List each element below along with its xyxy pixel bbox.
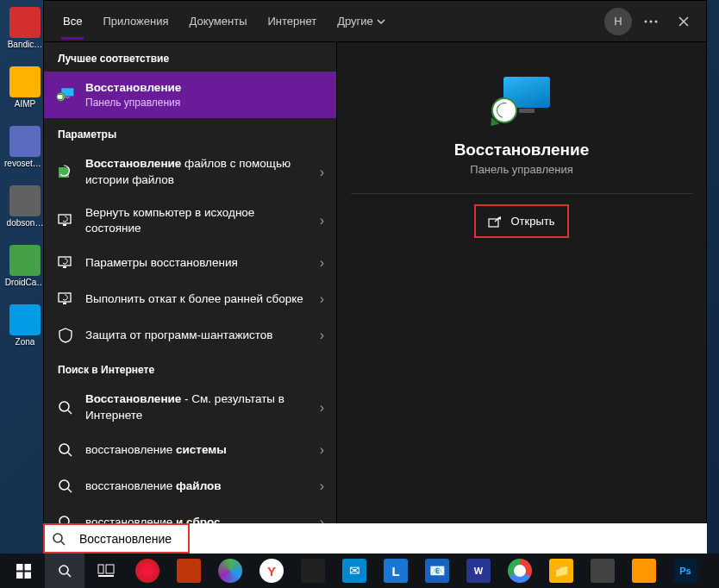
tab-more[interactable]: Другие: [327, 3, 396, 40]
web-result[interactable]: Восстановление - См. результаты в Интерн…: [44, 383, 336, 431]
taskbar-app-outlook[interactable]: 📧: [417, 554, 457, 588]
chevron-right-icon: ›: [320, 328, 324, 343]
app-icon: [9, 126, 41, 157]
param-result[interactable]: Защита от программ-шантажистов ›: [44, 317, 336, 353]
recovery-large-icon: [491, 77, 552, 128]
preview-title: Восстановление: [454, 141, 590, 160]
desktop-icon[interactable]: AIMP: [7, 66, 43, 109]
chevron-down-icon: [377, 19, 385, 24]
user-avatar[interactable]: H: [604, 8, 632, 35]
divider: [351, 193, 692, 194]
param-result[interactable]: Вернуть компьютер в исходное состояние ›: [44, 197, 336, 245]
search-icon: [56, 477, 75, 496]
chevron-right-icon: ›: [320, 400, 324, 416]
taskbar-app-l[interactable]: L: [376, 554, 416, 588]
best-match-result[interactable]: Восстановление Панель управления: [44, 72, 336, 118]
chevron-right-icon: ›: [320, 291, 324, 307]
app-icon: [9, 7, 41, 38]
param-text: Защита от программ-шантажистов: [85, 328, 309, 343]
taskbar-app-yandex[interactable]: Y: [252, 554, 291, 588]
taskbar-search-button[interactable]: [45, 554, 84, 588]
taskbar-app-opera[interactable]: [128, 554, 167, 588]
svg-rect-20: [24, 564, 31, 571]
best-match-title: Восстановление: [85, 80, 324, 96]
setting-icon: [56, 211, 75, 230]
param-text: Выполнить откат к более ранней сборке: [85, 291, 309, 307]
app-icon: [9, 245, 41, 276]
taskbar-app-mail[interactable]: ✉: [334, 554, 374, 588]
svg-rect-25: [106, 565, 114, 573]
tab-internet[interactable]: Интернет: [257, 3, 327, 40]
svg-rect-22: [24, 572, 31, 579]
search-icon: [56, 441, 75, 460]
svg-point-2: [655, 20, 658, 22]
search-box[interactable]: [43, 523, 707, 554]
svg-point-15: [59, 480, 69, 490]
search-main: Лучшее соответствие Восстановление Панел…: [44, 42, 706, 551]
tab-apps[interactable]: Приложения: [92, 3, 178, 40]
taskbar-app-chrome[interactable]: [500, 554, 540, 588]
param-text: Восстановление файлов с помощью истории …: [85, 156, 309, 187]
preview-subtitle: Панель управления: [470, 163, 572, 176]
setting-icon: [56, 163, 75, 182]
svg-point-14: [59, 444, 69, 454]
svg-point-18: [53, 534, 62, 542]
tab-documents[interactable]: Документы: [178, 3, 257, 40]
desktop-icon[interactable]: dobson…: [7, 185, 43, 228]
desktop-icon[interactable]: Zona: [7, 304, 43, 347]
taskbar-app-explorer[interactable]: 📁: [541, 554, 581, 588]
parameters-header: Параметры: [44, 118, 336, 147]
desktop-icon-label: Bandic…: [8, 40, 43, 49]
taskbar-app-browser1[interactable]: [210, 554, 250, 588]
start-button[interactable]: [3, 554, 43, 588]
chevron-right-icon: ›: [320, 213, 324, 228]
setting-icon: [56, 290, 75, 309]
chevron-right-icon: ›: [320, 479, 324, 494]
param-text: Параметры восстановления: [85, 255, 309, 271]
desktop-icon-label: Zona: [16, 337, 35, 347]
svg-point-1: [650, 20, 653, 22]
param-result[interactable]: Выполнить откат к более ранней сборке ›: [44, 281, 336, 317]
tab-more-label: Другие: [337, 15, 373, 28]
open-action-highlight: Открыть: [474, 204, 568, 238]
web-result[interactable]: восстановление файлов ›: [44, 468, 336, 504]
web-result-text: восстановление системы: [85, 442, 309, 458]
preview-pane: Восстановление Панель управления Открыть: [337, 42, 706, 551]
app-icon: [9, 304, 41, 335]
desktop-icon[interactable]: Bandic…: [7, 7, 43, 49]
taskbar-app-book[interactable]: [169, 554, 209, 588]
desktop-icon[interactable]: DroidCa…: [7, 245, 43, 287]
desktop-icon-label: revosetu…: [4, 159, 46, 168]
task-view-button[interactable]: [86, 554, 126, 588]
close-button[interactable]: [670, 8, 697, 35]
taskbar-app-word[interactable]: W: [459, 554, 498, 588]
web-result[interactable]: восстановление системы ›: [44, 432, 336, 468]
tab-all[interactable]: Все: [53, 3, 92, 40]
app-icon: [9, 185, 41, 216]
web-result-text: восстановление файлов: [85, 479, 309, 494]
open-action[interactable]: Открыть: [478, 208, 565, 235]
svg-rect-19: [16, 564, 23, 571]
chevron-right-icon: ›: [320, 255, 324, 271]
taskbar-app-sublime[interactable]: [624, 554, 664, 588]
web-search-header: Поиск в Интернете: [44, 353, 336, 383]
recovery-icon: [56, 85, 75, 104]
taskbar-app-terminal[interactable]: [583, 554, 622, 588]
open-icon: [488, 216, 502, 228]
search-icon: [56, 398, 75, 417]
param-result[interactable]: Параметры восстановления ›: [44, 245, 336, 281]
search-input[interactable]: [74, 532, 707, 546]
svg-rect-21: [16, 572, 23, 579]
desktop-icon-label: AIMP: [15, 99, 35, 109]
desktop-icon[interactable]: revosetu…: [7, 126, 43, 168]
search-icon: [43, 532, 74, 546]
taskbar-app-pixel[interactable]: [293, 554, 333, 588]
best-match-header: Лучшее соответствие: [44, 42, 336, 72]
more-options-button[interactable]: [637, 8, 665, 35]
chevron-right-icon: ›: [320, 442, 324, 458]
svg-point-23: [59, 566, 68, 574]
taskbar-app-photoshop[interactable]: Ps: [666, 554, 705, 588]
param-result[interactable]: Восстановление файлов с помощью истории …: [44, 147, 336, 196]
results-list: Лучшее соответствие Восстановление Панел…: [44, 42, 337, 551]
best-match-sub: Панель управления: [85, 96, 324, 109]
